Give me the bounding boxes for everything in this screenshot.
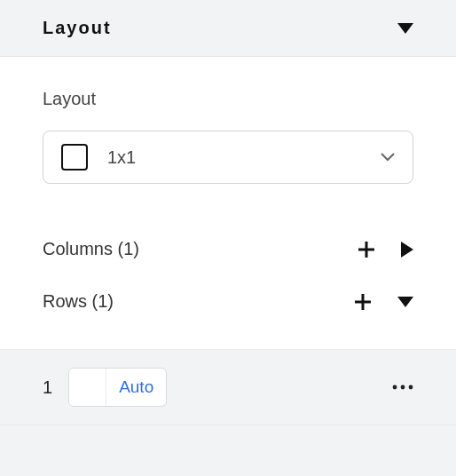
chevron-down-icon (381, 153, 395, 162)
panel-header[interactable]: Layout (0, 0, 456, 57)
layout-subheader: Layout (43, 89, 413, 109)
row-index: 1 (43, 377, 52, 398)
layout-select-label: 1x1 (107, 147, 361, 168)
layout-panel: Layout 1x1 Columns (1) Rows (1) (0, 57, 456, 349)
columns-actions (357, 240, 413, 259)
row-more-button[interactable] (392, 385, 413, 390)
rows-actions (353, 292, 413, 312)
add-row-button[interactable] (353, 292, 373, 312)
row-edit-left: 1 Auto (43, 368, 167, 407)
svg-marker-3 (401, 242, 413, 258)
row-size-control[interactable]: Auto (68, 368, 167, 407)
svg-point-8 (401, 385, 405, 390)
row-edit-strip: 1 Auto (0, 349, 456, 425)
svg-marker-6 (397, 297, 413, 307)
rows-row: Rows (1) (43, 275, 413, 328)
panel-title: Layout (43, 18, 112, 38)
layout-select[interactable]: 1x1 (43, 131, 413, 184)
svg-marker-0 (397, 23, 413, 34)
row-size-value: Auto (106, 377, 166, 397)
rows-label: Rows (1) (43, 291, 114, 312)
layout-preview-1x1-icon (61, 144, 88, 171)
svg-point-9 (409, 385, 413, 390)
expand-columns-button[interactable] (401, 242, 413, 258)
add-column-button[interactable] (357, 240, 376, 259)
svg-point-7 (393, 385, 397, 390)
collapse-rows-button[interactable] (397, 297, 413, 307)
row-color-swatch[interactable] (69, 369, 106, 406)
columns-label: Columns (1) (43, 239, 139, 259)
collapse-caret-icon[interactable] (397, 23, 413, 34)
columns-row: Columns (1) (43, 223, 413, 275)
